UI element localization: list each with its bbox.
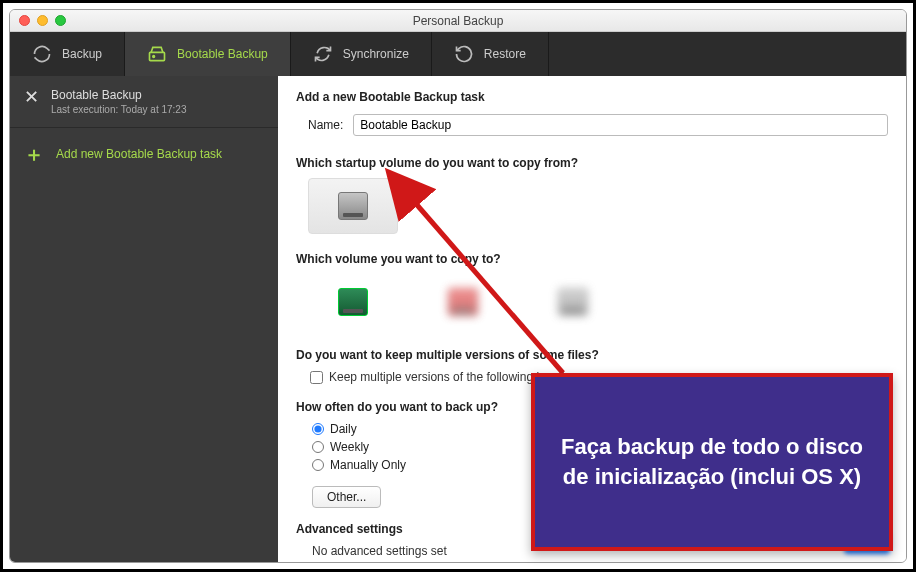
tab-label: Bootable Backup [177, 47, 268, 61]
radio-manual[interactable] [312, 459, 324, 471]
versions-checkbox[interactable] [310, 371, 323, 384]
tab-bootable-backup[interactable]: Bootable Backup [125, 32, 291, 76]
annotation-callout: Faça backup de todo o disco de inicializ… [531, 373, 893, 551]
close-icon[interactable]: ✕ [24, 88, 39, 106]
question-versions: Do you want to keep multiple versions of… [296, 348, 888, 362]
sidebar-add-task[interactable]: ＋ Add new Bootable Backup task [10, 128, 278, 180]
window-title: Personal Backup [10, 14, 906, 28]
close-icon[interactable] [19, 15, 30, 26]
tab-synchronize[interactable]: Synchronize [291, 32, 432, 76]
zoom-icon[interactable] [55, 15, 66, 26]
name-input[interactable] [353, 114, 888, 136]
radio-weekly[interactable] [312, 441, 324, 453]
plus-icon: ＋ [24, 146, 44, 162]
harddrive-icon [558, 288, 588, 316]
radio-daily[interactable] [312, 423, 324, 435]
content-header: Add a new Bootable Backup task [296, 90, 888, 104]
timemachine-icon [338, 288, 368, 316]
question-dest-volume: Which volume you want to copy to? [296, 252, 888, 266]
dest-volume-3[interactable] [528, 274, 618, 330]
titlebar: Personal Backup [10, 10, 906, 32]
sidebar-add-label: Add new Bootable Backup task [56, 147, 222, 161]
sidebar-task[interactable]: ✕ Bootable Backup Last execution: Today … [10, 76, 278, 128]
svg-rect-0 [150, 52, 165, 60]
sidebar-task-name: Bootable Backup [51, 88, 186, 102]
minimize-icon[interactable] [37, 15, 48, 26]
top-tabs: Backup Bootable Backup Synchronize Resto… [10, 32, 906, 76]
tab-label: Restore [484, 47, 526, 61]
tab-restore[interactable]: Restore [432, 32, 549, 76]
harddrive-icon [338, 192, 368, 220]
harddrive-icon [448, 288, 478, 316]
name-label: Name: [308, 118, 343, 132]
sidebar: ✕ Bootable Backup Last execution: Today … [10, 76, 278, 562]
dest-volume-2[interactable] [418, 274, 508, 330]
restore-icon [454, 44, 474, 64]
tab-label: Synchronize [343, 47, 409, 61]
schedule-other-button[interactable]: Other... [312, 486, 381, 508]
svg-point-1 [153, 56, 155, 58]
refresh-icon [32, 44, 52, 64]
sidebar-last-exec: Last execution: Today at 17:23 [51, 104, 186, 115]
tab-backup[interactable]: Backup [10, 32, 125, 76]
sync-icon [313, 44, 333, 64]
source-volume[interactable] [308, 178, 398, 234]
tab-label: Backup [62, 47, 102, 61]
dest-volume-1[interactable] [308, 274, 398, 330]
drive-icon [147, 44, 167, 64]
callout-text: Faça backup de todo o disco de inicializ… [553, 432, 871, 491]
question-source-volume: Which startup volume do you want to copy… [296, 156, 888, 170]
